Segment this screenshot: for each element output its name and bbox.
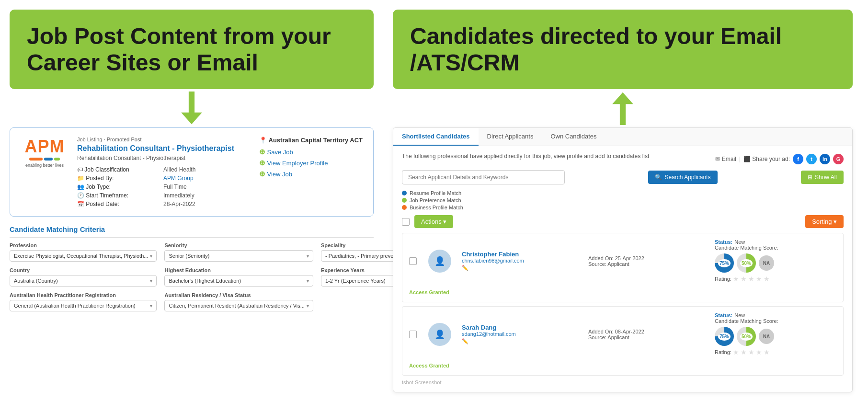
tab-direct-applicants[interactable]: Direct Applicants (479, 128, 542, 146)
tab-shortlisted-label: Shortlisted Candidates (402, 133, 470, 140)
email-link[interactable]: ✉ Email (715, 156, 736, 162)
access-label-1: Access Granted (409, 289, 449, 295)
tab-shortlisted-candidates[interactable]: Shortlisted Candidates (393, 128, 479, 146)
star-2-1[interactable]: ★ (733, 348, 739, 356)
star-2-2[interactable]: ★ (741, 348, 747, 356)
access-granted-1: Access Granted (409, 287, 423, 296)
search-input[interactable] (402, 170, 565, 184)
criteria-select-profession[interactable]: Exercise Physiologist, Occupational Ther… (10, 250, 157, 262)
legend-dot-business (402, 205, 407, 210)
tab-own-label: Own Candidates (550, 133, 596, 140)
chevron-down-icon-4: ▾ (150, 278, 152, 284)
candidate-checkbox-1[interactable] (409, 257, 417, 265)
search-btn-label: Search Applicants (664, 174, 710, 181)
candidate-email-1[interactable]: chris.fabien98@gmail.com (462, 258, 583, 264)
star-1-4[interactable]: ★ (756, 275, 762, 283)
actions-button[interactable]: Actions ▾ (414, 215, 453, 228)
label-posted-by: 📁 Posted By: (77, 175, 163, 182)
apm-bar-3 (54, 158, 60, 161)
sorting-label: Sorting ▾ (812, 218, 837, 225)
share-ad-link[interactable]: ⬛ Share your ad: (743, 156, 790, 162)
job-info: Job Listing · Promoted Post Rehabilitati… (77, 137, 251, 207)
candidate-added-1: Added On: 25-Apr-2022 Source: Applicant (588, 255, 710, 267)
criteria-select-country[interactable]: Australia (Country) ▾ (10, 275, 157, 287)
left-hero-box: Job Post Content from your Career Sites … (10, 10, 374, 89)
candidate-name-2[interactable]: Sarah Dang (462, 324, 583, 331)
criteria-select-education[interactable]: Bachelor's (Highest Education) ▾ (164, 275, 313, 287)
criteria-select-seniority[interactable]: Senior (Seniority) ▾ (164, 250, 313, 262)
star-1-2[interactable]: ★ (741, 275, 747, 283)
candidate-info-1: Christopher Fabien chris.fabien98@gmail.… (462, 251, 583, 271)
apm-logo: APM enabling better lives (21, 137, 69, 168)
score-value-resume-2: 75% (718, 333, 731, 341)
view-job-link[interactable]: ⊕ View Job (259, 170, 363, 178)
star-2-5[interactable]: ★ (764, 348, 770, 356)
sorting-button[interactable]: Sorting ▾ (805, 215, 844, 228)
svg-rect-3 (620, 103, 626, 126)
plus-icon-employer: ⊕ (259, 159, 265, 167)
linkedin-icon[interactable]: in (820, 154, 830, 164)
criteria-select-visa[interactable]: Citizen, Permanent Resident (Australian … (164, 300, 313, 311)
select-all-checkbox[interactable] (402, 218, 410, 226)
divider-1: | (739, 156, 741, 162)
footer-label: tshot Screenshot (402, 379, 442, 385)
candidate-email-2[interactable]: sdang12@hotmail.com (462, 331, 583, 337)
svg-marker-1 (181, 113, 202, 125)
edit-icon-2[interactable]: ✏️ (462, 338, 583, 344)
value-job-type: Full Time (163, 184, 251, 190)
legend-label-business: Business Profile Match (410, 205, 463, 210)
star-1-1[interactable]: ★ (733, 275, 739, 283)
label-posted-date: 📅 Posted Date: (77, 201, 163, 207)
twitter-icon[interactable]: t (806, 154, 817, 164)
view-employer-label: View Employer Profile (267, 160, 328, 167)
criteria-select-education-text: Bachelor's (Highest Education) (169, 278, 304, 284)
save-job-link[interactable]: ⊕ Save Job (259, 148, 363, 156)
google-icon[interactable]: G (833, 154, 844, 164)
location-title: 📍 Australian Capital Territory ACT (259, 137, 363, 144)
right-hero-title: Candidates directed to your Email /ATS/C… (410, 23, 835, 76)
candidate-name-1[interactable]: Christopher Fabien (462, 251, 583, 258)
ats-description: The following professional have applied … (402, 153, 649, 160)
score-circle-resume-1: 75% (715, 253, 734, 273)
candidate-avatar-2: 👤 (428, 323, 451, 346)
score-value-job-2: 50% (740, 333, 753, 341)
ats-card: Shortlisted Candidates Direct Applicants… (393, 127, 853, 392)
candidate-row-2: 👤 Sarah Dang sdang12@hotmail.com ✏️ Adde… (402, 306, 844, 376)
job-title[interactable]: Rehabilitation Consultant - Physiotherap… (77, 144, 251, 153)
tab-own-candidates[interactable]: Own Candidates (542, 128, 605, 146)
criteria-label-country: Country (10, 267, 157, 273)
score-circle-job-2: 50% (737, 327, 756, 346)
ats-search-row: 🔍 Search Applicants ⊞ Show All (402, 170, 844, 184)
criteria-select-ahpr[interactable]: General (Australian Health Practitioner … (10, 300, 157, 311)
star-2-3[interactable]: ★ (748, 348, 754, 356)
value-posted-by[interactable]: APM Group (163, 175, 251, 182)
candidate-checkbox-2[interactable] (409, 331, 417, 338)
share-link-text: Share your ad: (752, 156, 790, 162)
edit-icon-1[interactable]: ✏️ (462, 265, 583, 271)
legend-label-resume: Resume Profile Match (410, 190, 461, 196)
left-hero-title: Job Post Content from your Career Sites … (27, 23, 356, 76)
search-applicants-button[interactable]: 🔍 Search Applicants (648, 171, 717, 184)
source-2: Source: Applicant (588, 334, 710, 340)
facebook-icon[interactable]: f (793, 154, 803, 164)
criteria-field-visa: Australian Residency / Visa Status Citiz… (164, 292, 313, 311)
arrow-down-icon (10, 89, 374, 127)
criteria-label-profession: Profession (10, 242, 157, 248)
right-panel: Candidates directed to your Email /ATS/C… (393, 10, 853, 392)
ats-body: The following professional have applied … (393, 146, 852, 392)
share-icons-row: f t in G (793, 154, 844, 164)
star-1-5[interactable]: ★ (764, 275, 770, 283)
criteria-field-seniority: Seniority Senior (Seniority) ▾ (164, 242, 313, 262)
star-2-4[interactable]: ★ (756, 348, 762, 356)
criteria-label-education: Highest Education (164, 267, 313, 273)
value-classification: Allied Health (163, 166, 251, 173)
legend-dot-job (402, 198, 407, 203)
show-all-button[interactable]: ⊞ Show All (801, 171, 844, 184)
apm-bar-1 (29, 158, 43, 161)
candidate-status-2: Status: New Candidate Matching Score: 75… (715, 312, 836, 356)
legend-business: Business Profile Match (402, 205, 844, 210)
candidate-avatar-1: 👤 (428, 250, 451, 273)
star-1-3[interactable]: ★ (748, 275, 754, 283)
location-text: Australian Capital Territory ACT (269, 137, 363, 144)
view-employer-link[interactable]: ⊕ View Employer Profile (259, 159, 363, 167)
